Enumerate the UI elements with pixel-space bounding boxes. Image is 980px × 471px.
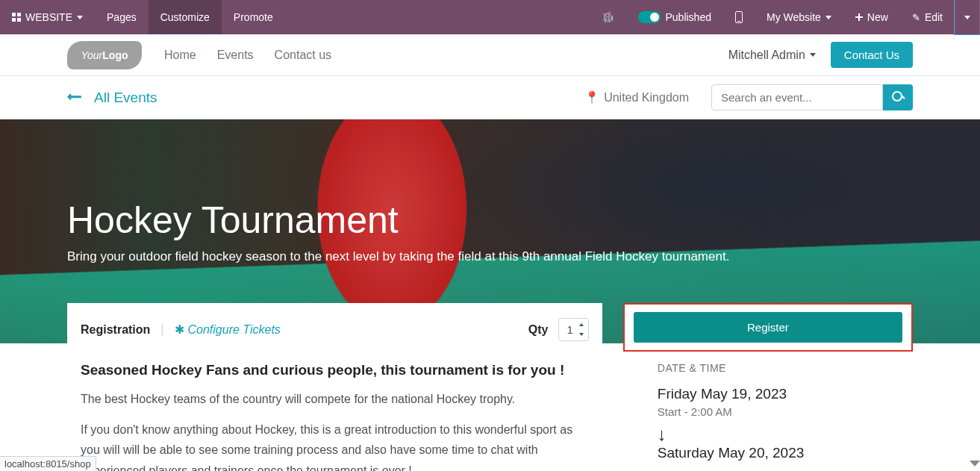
- registration-label: Registration: [81, 323, 150, 337]
- nav-contact[interactable]: Contact us: [275, 49, 331, 62]
- start-date: Friday May 19, 2023: [658, 386, 878, 402]
- debug-button[interactable]: [590, 0, 626, 34]
- user-menu[interactable]: Mitchell Admin: [728, 49, 816, 62]
- my-website-menu[interactable]: My Website: [755, 0, 843, 34]
- search-button[interactable]: [883, 84, 913, 110]
- body-p1: The best Hockey teams of the country wil…: [81, 389, 589, 409]
- event-location: 📍 United Kingdom: [584, 90, 689, 105]
- apps-icon: [12, 13, 21, 22]
- end-date: Saturday May 20, 2023: [658, 445, 878, 461]
- event-title: Hockey Tournament: [67, 199, 729, 242]
- new-button[interactable]: New: [843, 0, 900, 34]
- pages-menu[interactable]: Pages: [95, 0, 149, 34]
- start-time: Start - 2:00 AM: [658, 405, 878, 418]
- phone-icon: [735, 11, 743, 23]
- caret-down-icon: [810, 53, 816, 57]
- event-body: Registration | Configure Tickets Qty 1 S…: [67, 303, 602, 471]
- contact-us-button[interactable]: Contact Us: [831, 42, 913, 68]
- nav-home[interactable]: Home: [164, 49, 196, 62]
- registration-row: Registration | Configure Tickets Qty 1: [81, 318, 589, 341]
- body-p2: If you don't know anything about Hockey,…: [81, 419, 589, 471]
- published-toggle[interactable]: Published: [626, 0, 723, 34]
- register-button[interactable]: Register: [634, 312, 902, 343]
- admin-topbar: WEBSITE Pages Customize Promote Publishe…: [0, 0, 980, 34]
- arrow-left-icon: 🠔: [67, 89, 82, 106]
- pencil-icon: [912, 11, 920, 23]
- plus-icon: [855, 13, 863, 21]
- date-time-label: DATE & TIME: [658, 362, 878, 374]
- caret-down-icon: [825, 16, 831, 19]
- caret-down-icon: [964, 16, 970, 19]
- edit-button[interactable]: Edit: [900, 0, 955, 34]
- search-input[interactable]: [711, 84, 883, 110]
- all-events-link[interactable]: 🠔 All Events: [67, 89, 157, 106]
- event-subbar: 🠔 All Events 📍 United Kingdom: [0, 76, 980, 119]
- bug-icon: [602, 11, 614, 23]
- customize-menu[interactable]: Customize: [149, 0, 222, 34]
- gear-icon: [175, 322, 184, 337]
- promote-menu[interactable]: Promote: [222, 0, 285, 34]
- mobile-preview[interactable]: [723, 0, 755, 34]
- register-box: Register: [623, 303, 913, 352]
- event-subtitle: Bring your outdoor field hockey season t…: [67, 249, 729, 264]
- down-arrow-icon: ↓: [658, 424, 878, 445]
- configure-tickets-link[interactable]: Configure Tickets: [175, 322, 281, 337]
- toggle-on-icon: [638, 11, 661, 23]
- status-bar: localhost:8015/shop: [0, 456, 96, 471]
- date-time-box: DATE & TIME Friday May 19, 2023 Start - …: [623, 362, 913, 461]
- qty-select[interactable]: 1: [558, 318, 588, 341]
- nav-events[interactable]: Events: [217, 49, 254, 62]
- topbar-more[interactable]: [955, 0, 980, 34]
- body-heading: Seasoned Hockey Fans and curious people,…: [81, 362, 589, 378]
- site-logo[interactable]: YourLogo: [67, 41, 142, 69]
- qty-label: Qty: [528, 323, 549, 337]
- event-search: [711, 84, 913, 110]
- scroll-down-icon[interactable]: [970, 461, 980, 467]
- website-menu[interactable]: WEBSITE: [0, 0, 95, 34]
- caret-down-icon: [77, 16, 83, 19]
- site-navbar: YourLogo Home Events Contact us Mitchell…: [0, 34, 980, 76]
- map-pin-icon: 📍: [584, 90, 599, 105]
